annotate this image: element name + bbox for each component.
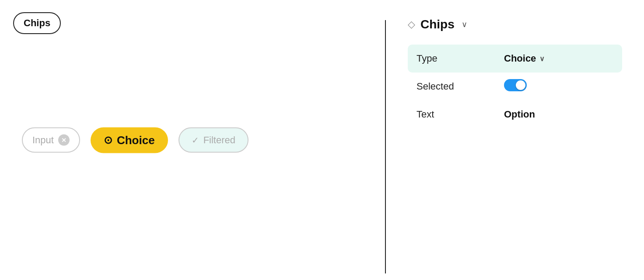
time-icon: ⊙ <box>104 134 112 146</box>
panel-title: Chips <box>420 17 455 31</box>
type-choice-text: Choice <box>504 53 536 64</box>
property-row-selected: Selected <box>408 73 622 100</box>
diamond-icon: ◇ <box>408 19 415 30</box>
toggle-track <box>504 79 527 91</box>
close-icon[interactable]: ✕ <box>58 135 70 146</box>
filtered-chip[interactable]: ✓ Filtered <box>178 128 248 153</box>
input-chip-label: Input <box>32 135 54 146</box>
header-chevron-icon[interactable]: ∨ <box>462 20 467 29</box>
type-value-text: Choice ∨ <box>504 53 545 64</box>
selected-toggle[interactable] <box>504 79 527 91</box>
right-panel: ◇ Chips ∨ Type Choice ∨ Selected <box>386 0 644 280</box>
type-value-cell[interactable]: Choice ∨ <box>495 45 622 73</box>
chips-row: Input ✕ ⊙ Choice ✓ Filtered <box>22 127 248 153</box>
type-label: Type <box>408 45 495 73</box>
check-icon: ✓ <box>192 135 199 145</box>
top-chip-container: Chips <box>13 12 61 34</box>
left-panel: Chips Input ✕ ⊙ Choice ✓ Filtered <box>0 0 385 280</box>
properties-table: Type Choice ∨ Selected <box>408 45 622 128</box>
filtered-chip-label: Filtered <box>203 135 235 146</box>
input-chip[interactable]: Input ✕ <box>22 128 80 153</box>
toggle-wrapper[interactable] <box>504 79 527 91</box>
text-value[interactable]: Option <box>495 100 622 128</box>
type-chevron-icon[interactable]: ∨ <box>539 55 545 63</box>
chips-label-text: Chips <box>24 17 50 29</box>
property-row-text: Text Option <box>408 100 622 128</box>
toggle-thumb <box>516 80 525 90</box>
choice-chip-label: Choice <box>117 133 155 147</box>
text-label: Text <box>408 100 495 128</box>
property-row-type: Type Choice ∨ <box>408 45 622 73</box>
selected-label: Selected <box>408 73 495 100</box>
selected-value-cell[interactable] <box>495 73 622 100</box>
panel-header: ◇ Chips ∨ <box>408 17 622 31</box>
chips-label-chip[interactable]: Chips <box>13 12 61 34</box>
choice-chip[interactable]: ⊙ Choice <box>91 127 168 153</box>
